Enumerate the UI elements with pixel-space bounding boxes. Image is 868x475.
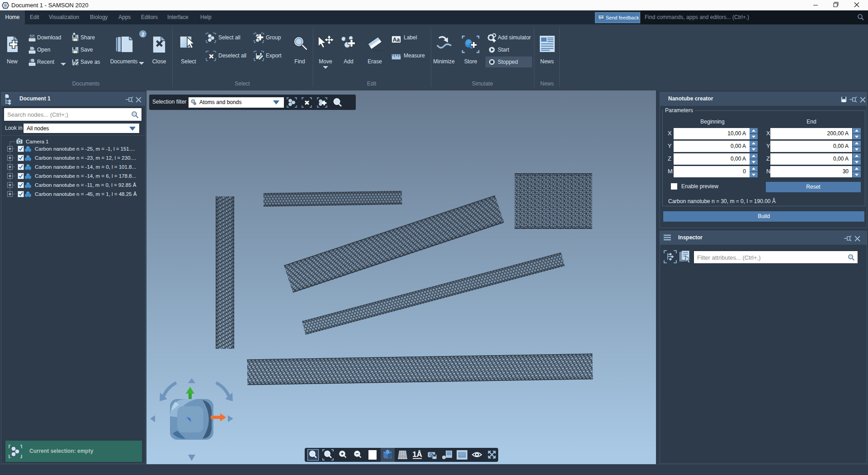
svg-text:Add: Add [344,58,353,65]
svg-text:Stopped: Stopped [498,59,518,65]
svg-text:Save as: Save as [80,59,100,65]
svg-text:Start: Start [498,47,509,53]
svg-text:Aa: Aa [393,37,400,43]
svg-text:New: New [7,58,18,65]
svg-text:Deselect all: Deselect all [218,52,246,59]
svg-text:Find: Find [294,58,305,65]
svg-text:Download: Download [37,34,61,41]
svg-text:Minimize: Minimize [433,58,455,65]
svg-text:Documents: Documents [110,58,138,65]
svg-text:1Å: 1Å [412,450,422,459]
svg-text:Erase: Erase [368,58,382,65]
svg-text:Open: Open [37,47,50,53]
svg-text:Save: Save [80,47,93,53]
svg-text:Add simulator: Add simulator [498,34,531,41]
svg-text:Camera 1: Camera 1 [26,139,49,144]
svg-text:Share: Share [80,34,95,41]
svg-text:News: News [540,58,554,65]
svg-text:Label: Label [404,34,417,41]
svg-text:Export: Export [266,52,282,59]
svg-text:Recent: Recent [37,59,55,65]
svg-text:Store: Store [464,58,477,65]
svg-text:Move: Move [319,58,332,65]
svg-text:2: 2 [142,32,144,37]
svg-text:Select all: Select all [218,34,241,41]
svg-text:Measure: Measure [404,52,425,59]
svg-text:Select: Select [181,58,196,65]
svg-text:Group: Group [266,34,281,41]
svg-text:Close: Close [152,58,166,65]
